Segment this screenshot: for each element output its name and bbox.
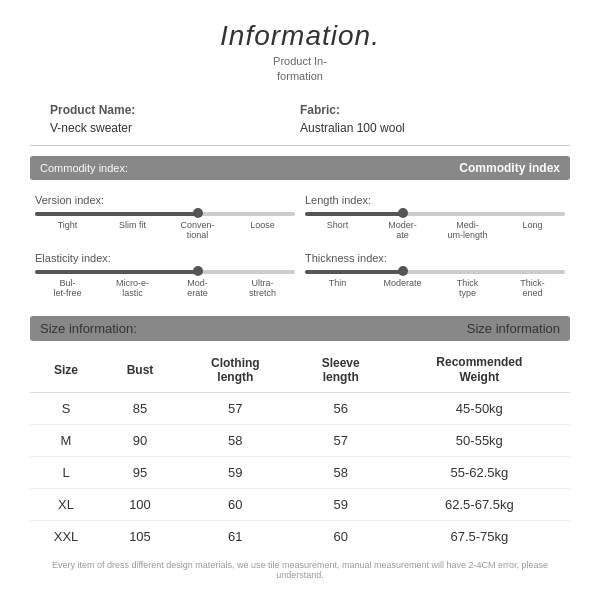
version-length-grid: Version index: Tight Slim fit Conven-tio… — [30, 188, 570, 246]
table-row: L 95 59 58 55-62.5kg — [30, 456, 570, 488]
elasticity-slider-thumb — [193, 266, 203, 276]
product-name-col: Product Name: V-neck sweater — [50, 103, 300, 135]
elasticity-slider-track — [35, 270, 295, 274]
product-name-value: V-neck sweater — [50, 121, 300, 135]
version-opt-1: Slim fit — [100, 220, 165, 240]
clothing-length-cell: 59 — [178, 456, 293, 488]
elasticity-block: Elasticity index: Bul-let-free Micro-e-l… — [30, 252, 300, 298]
product-info-row: Product Name: V-neck sweater Fabric: Aus… — [30, 103, 570, 135]
size-table: Size Bust Clothinglength Sleevelength Re… — [30, 349, 570, 552]
fabric-value: Australian 100 wool — [300, 121, 550, 135]
clothing-length-cell: 61 — [178, 520, 293, 552]
table-row: XXL 105 61 60 67.5-75kg — [30, 520, 570, 552]
fabric-label: Fabric: — [300, 103, 550, 117]
length-opt-1: Moder-ate — [370, 220, 435, 240]
thickness-slider-fill — [305, 270, 403, 274]
commodity-header-left: Commodity index: — [40, 162, 128, 174]
sleeve-length-cell: 59 — [293, 488, 389, 520]
recommended-weight-cell: 45-50kg — [389, 392, 570, 424]
size-cell: XXL — [30, 520, 102, 552]
version-block: Version index: Tight Slim fit Conven-tio… — [30, 194, 300, 240]
size-cell: L — [30, 456, 102, 488]
recommended-weight-cell: 62.5-67.5kg — [389, 488, 570, 520]
product-name-label: Product Name: — [50, 103, 300, 117]
elasticity-opt-1: Micro-e-lastic — [100, 278, 165, 298]
recommended-weight-cell: 50-55kg — [389, 424, 570, 456]
bust-cell: 90 — [102, 424, 178, 456]
page-container: Information. Product In-formation Produc… — [0, 0, 600, 600]
size-section-header: Size information: Size information — [30, 316, 570, 341]
size-header-left: Size information: — [40, 321, 137, 336]
size-table-header-row: Size Bust Clothinglength Sleevelength Re… — [30, 349, 570, 393]
thickness-slider-thumb — [398, 266, 408, 276]
size-cell: XL — [30, 488, 102, 520]
length-label: Length index: — [305, 194, 565, 206]
version-opt-2: Conven-tional — [165, 220, 230, 240]
main-title: Information. — [30, 20, 570, 52]
thickness-block: Thickness index: Thin Moderate Thicktype… — [300, 252, 570, 298]
length-slider-track — [305, 212, 565, 216]
divider-1 — [30, 145, 570, 146]
version-opt-3: Loose — [230, 220, 295, 240]
thickness-options: Thin Moderate Thicktype Thick-ened — [305, 278, 565, 298]
recommended-weight-col-header: RecommendedWeight — [389, 349, 570, 393]
bust-cell: 100 — [102, 488, 178, 520]
version-slider-fill — [35, 212, 198, 216]
sub-title: Product In-formation — [30, 54, 570, 85]
size-col-header: Size — [30, 349, 102, 393]
table-row: S 85 57 56 45-50kg — [30, 392, 570, 424]
elasticity-options: Bul-let-free Micro-e-lastic Mod-erate Ul… — [35, 278, 295, 298]
thickness-opt-2: Thicktype — [435, 278, 500, 298]
commodity-section-header: Commodity index: Commodity index — [30, 156, 570, 180]
table-row: M 90 58 57 50-55kg — [30, 424, 570, 456]
elasticity-slider-fill — [35, 270, 198, 274]
version-slider-thumb — [193, 208, 203, 218]
sleeve-length-cell: 56 — [293, 392, 389, 424]
length-slider-fill — [305, 212, 403, 216]
footer-note: Every item of dress different design mat… — [30, 560, 570, 580]
sleeve-length-cell: 58 — [293, 456, 389, 488]
thickness-opt-0: Thin — [305, 278, 370, 298]
version-opt-0: Tight — [35, 220, 100, 240]
length-options: Short Moder-ate Medi-um-length Long — [305, 220, 565, 240]
thickness-label: Thickness index: — [305, 252, 565, 264]
elasticity-opt-3: Ultra-stretch — [230, 278, 295, 298]
recommended-weight-cell: 67.5-75kg — [389, 520, 570, 552]
thickness-opt-1: Moderate — [370, 278, 435, 298]
clothing-length-cell: 60 — [178, 488, 293, 520]
thickness-slider-track — [305, 270, 565, 274]
bust-cell: 85 — [102, 392, 178, 424]
size-table-body: S 85 57 56 45-50kg M 90 58 57 50-55kg L … — [30, 392, 570, 552]
recommended-weight-cell: 55-62.5kg — [389, 456, 570, 488]
fabric-col: Fabric: Australian 100 wool — [300, 103, 550, 135]
elasticity-thickness-grid: Elasticity index: Bul-let-free Micro-e-l… — [30, 246, 570, 304]
elasticity-label: Elasticity index: — [35, 252, 295, 264]
size-header-right: Size information — [467, 321, 560, 336]
version-slider-track — [35, 212, 295, 216]
length-opt-2: Medi-um-length — [435, 220, 500, 240]
clothing-length-col-header: Clothinglength — [178, 349, 293, 393]
thickness-opt-3: Thick-ened — [500, 278, 565, 298]
size-cell: S — [30, 392, 102, 424]
length-slider-thumb — [398, 208, 408, 218]
sleeve-length-col-header: Sleevelength — [293, 349, 389, 393]
version-label: Version index: — [35, 194, 295, 206]
table-row: XL 100 60 59 62.5-67.5kg — [30, 488, 570, 520]
length-opt-3: Long — [500, 220, 565, 240]
commodity-header-right: Commodity index — [459, 161, 560, 175]
bust-cell: 105 — [102, 520, 178, 552]
sleeve-length-cell: 60 — [293, 520, 389, 552]
bust-col-header: Bust — [102, 349, 178, 393]
sleeve-length-cell: 57 — [293, 424, 389, 456]
length-opt-0: Short — [305, 220, 370, 240]
elasticity-opt-0: Bul-let-free — [35, 278, 100, 298]
bust-cell: 95 — [102, 456, 178, 488]
size-cell: M — [30, 424, 102, 456]
clothing-length-cell: 57 — [178, 392, 293, 424]
clothing-length-cell: 58 — [178, 424, 293, 456]
length-block: Length index: Short Moder-ate Medi-um-le… — [300, 194, 570, 240]
version-options: Tight Slim fit Conven-tional Loose — [35, 220, 295, 240]
elasticity-opt-2: Mod-erate — [165, 278, 230, 298]
